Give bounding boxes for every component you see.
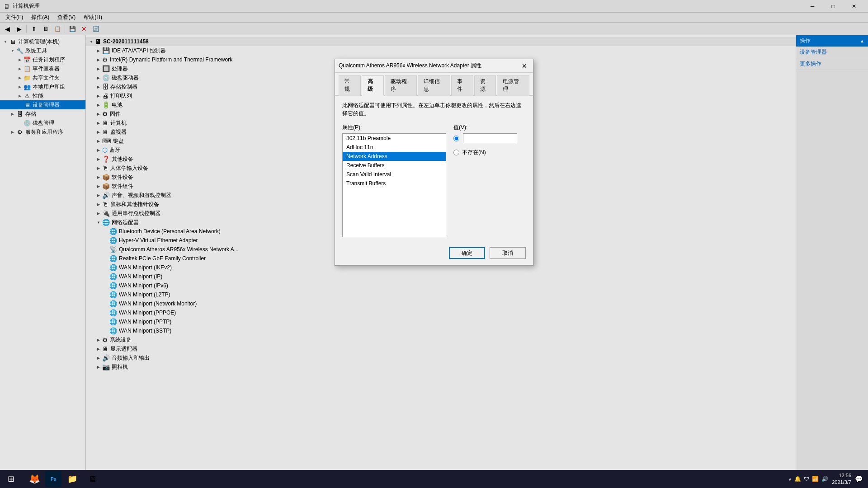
taskbar-computer-manage[interactable]: 🖥 bbox=[83, 471, 101, 487]
dialog-left-section: 属性(P): 802.11b Preamble AdHoc 11n Networ… bbox=[342, 124, 446, 237]
taskbar-date: 2021/3/7 bbox=[832, 479, 851, 486]
tab-details[interactable]: 详细信息 bbox=[418, 75, 450, 96]
not-exist-label: 不存在(N) bbox=[462, 149, 486, 156]
taskbar-time-date[interactable]: 12:56 2021/3/7 bbox=[832, 472, 851, 486]
property-list[interactable]: 802.11b Preamble AdHoc 11n Network Addre… bbox=[342, 133, 446, 237]
taskbar-right: ∧ 🔔 🛡 📶 🔊 12:56 2021/3/7 💬 bbox=[783, 472, 868, 486]
dialog-footer: 确定 取消 bbox=[335, 243, 533, 265]
dialog-body: 属性(P): 802.11b Preamble AdHoc 11n Networ… bbox=[342, 124, 526, 237]
tab-power[interactable]: 电源管理 bbox=[497, 75, 529, 96]
dialog-overlay: Qualcomm Atheros AR956x Wireless Network… bbox=[0, 0, 868, 470]
taskbar-system-icons: ∧ 🔔 🛡 📶 🔊 bbox=[788, 476, 828, 482]
dialog-content-area: 此网络适配器可使用下列属性。在左边单击你想更改的属性，然后在右边选择它的值。 属… bbox=[335, 96, 533, 243]
ok-button[interactable]: 确定 bbox=[449, 247, 485, 259]
taskbar-firefox[interactable]: 🦊 bbox=[25, 471, 43, 487]
taskbar-files[interactable]: 📁 bbox=[63, 471, 81, 487]
value-text-input[interactable] bbox=[463, 133, 517, 143]
dialog-tabs: 常规 高级 驱动程序 详细信息 事件 资源 电源管理 bbox=[335, 73, 533, 96]
dialog-close-button[interactable]: ✕ bbox=[519, 61, 529, 71]
value-radio-group: 不存在(N) bbox=[453, 149, 526, 156]
prop-transmit-buffers[interactable]: Transmit Buffers bbox=[343, 179, 446, 188]
tab-general[interactable]: 常规 bbox=[339, 75, 361, 96]
start-button[interactable]: ⊞ bbox=[0, 470, 22, 488]
tab-events[interactable]: 事件 bbox=[451, 75, 473, 96]
not-exist-radio[interactable] bbox=[453, 150, 459, 155]
taskbar-wifi-icon[interactable]: 📶 bbox=[812, 476, 819, 482]
dialog-title: Qualcomm Atheros AR956x Wireless Network… bbox=[339, 62, 481, 70]
taskbar-action-center-icon[interactable]: 💬 bbox=[855, 475, 863, 483]
taskbar-photoshop[interactable]: Ps bbox=[45, 471, 61, 487]
prop-adhoc-11n[interactable]: AdHoc 11n bbox=[343, 143, 446, 152]
cancel-button[interactable]: 取消 bbox=[490, 247, 526, 259]
prop-802-11b[interactable]: 802.11b Preamble bbox=[343, 134, 446, 143]
prop-network-address[interactable]: Network Address bbox=[343, 152, 446, 161]
property-section-label: 属性(P): bbox=[342, 124, 446, 131]
dialog-title-bar: Qualcomm Atheros AR956x Wireless Network… bbox=[335, 59, 533, 73]
not-exist-option[interactable]: 不存在(N) bbox=[453, 149, 526, 156]
taskbar-security-icon[interactable]: 🛡 bbox=[804, 476, 809, 482]
prop-receive-buffers[interactable]: Receive Buffers bbox=[343, 161, 446, 170]
tab-driver[interactable]: 驱动程序 bbox=[385, 75, 417, 96]
taskbar-notification-icon[interactable]: 🔔 bbox=[794, 476, 801, 482]
value-input-area bbox=[453, 133, 526, 143]
taskbar-apps: 🦊 Ps 📁 🖥 bbox=[22, 471, 105, 487]
taskbar-volume-icon[interactable]: 🔊 bbox=[821, 476, 828, 482]
taskbar: ⊞ 🦊 Ps 📁 🖥 ∧ 🔔 🛡 📶 🔊 12:56 2021/3/7 💬 bbox=[0, 470, 868, 488]
dialog-right-section: 值(V): 不存在(N) bbox=[453, 124, 526, 237]
value-section-label: 值(V): bbox=[453, 124, 526, 131]
tab-advanced[interactable]: 高级 bbox=[362, 75, 384, 96]
tab-resources[interactable]: 资源 bbox=[474, 75, 496, 96]
taskbar-chevron-icon[interactable]: ∧ bbox=[788, 477, 792, 482]
dialog-description: 此网络适配器可使用下列属性。在左边单击你想更改的属性，然后在右边选择它的值。 bbox=[342, 101, 526, 117]
properties-dialog: Qualcomm Atheros AR956x Wireless Network… bbox=[335, 59, 533, 266]
prop-scan-valid[interactable]: Scan Valid Interval bbox=[343, 170, 446, 179]
value-present-radio[interactable] bbox=[453, 136, 459, 141]
taskbar-time: 12:56 bbox=[832, 472, 851, 479]
